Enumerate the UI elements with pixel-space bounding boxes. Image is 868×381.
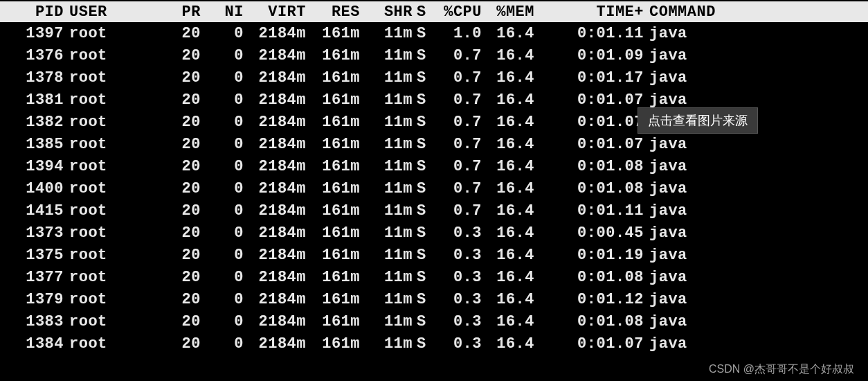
cell-res: 161m [306, 91, 360, 109]
cell-pid: 1394 [0, 158, 64, 175]
cell-pr: 20 [119, 247, 201, 264]
cell-pid: 1384 [0, 335, 64, 353]
cell-pr: 20 [119, 25, 201, 42]
cell-cmd: java [644, 91, 727, 109]
cell-s: S [413, 313, 432, 330]
cell-virt: 2184m [244, 136, 306, 153]
table-row: 1378root2002184m161m11mS0.716.40:01.17ja… [0, 67, 868, 89]
cell-cmd: java [644, 202, 727, 220]
cell-cmd: java [644, 136, 727, 153]
cell-shr: 11m [360, 91, 413, 109]
cell-cmd: java [644, 247, 727, 264]
cell-virt: 2184m [244, 47, 306, 64]
cell-cmd: java [644, 47, 727, 64]
table-row: 1373root2002184m161m11mS0.316.40:00.45ja… [0, 222, 868, 244]
cell-shr: 11m [360, 335, 413, 353]
cell-pid: 1397 [0, 25, 64, 42]
cell-pid: 1375 [0, 247, 64, 264]
cell-res: 161m [306, 180, 360, 197]
cell-virt: 2184m [244, 247, 306, 264]
cell-user: root [64, 69, 119, 87]
cell-virt: 2184m [244, 158, 306, 175]
cell-pr: 20 [119, 114, 201, 131]
cell-res: 161m [306, 158, 360, 175]
cell-pr: 20 [119, 269, 201, 286]
cell-user: root [64, 224, 119, 242]
cell-shr: 11m [360, 269, 413, 286]
cell-shr: 11m [360, 202, 413, 220]
cell-pr: 20 [119, 224, 201, 242]
cell-res: 161m [306, 291, 360, 308]
cell-cpu: 0.7 [432, 202, 482, 220]
cell-time: 0:01.08 [534, 180, 644, 197]
cell-shr: 11m [360, 313, 413, 330]
cell-cmd: java [644, 335, 727, 353]
table-row: 1415root2002184m161m11mS0.716.40:01.11ja… [0, 200, 868, 222]
cell-mem: 16.4 [482, 313, 534, 330]
cell-cpu: 0.3 [432, 291, 482, 308]
top-output: PID USER PR NI VIRT RES SHR S %CPU %MEM … [0, 0, 868, 355]
cell-pid: 1385 [0, 136, 64, 153]
col-header-pid: PID [0, 3, 64, 21]
cell-cpu: 0.7 [432, 180, 482, 197]
cell-s: S [413, 114, 432, 131]
col-header-time: TIME+ [534, 3, 644, 21]
cell-res: 161m [306, 25, 360, 42]
cell-ni: 0 [201, 313, 244, 330]
cell-time: 0:01.17 [534, 69, 644, 87]
col-header-cpu: %CPU [432, 3, 482, 21]
cell-mem: 16.4 [482, 269, 534, 286]
cell-mem: 16.4 [482, 202, 534, 220]
col-header-ni: NI [201, 3, 244, 21]
cell-ni: 0 [201, 180, 244, 197]
cell-res: 161m [306, 313, 360, 330]
table-row: 1397root2002184m161m11mS1.016.40:01.11ja… [0, 22, 868, 44]
table-row: 1384root2002184m161m11mS0.316.40:01.07ja… [0, 333, 868, 355]
cell-shr: 11m [360, 47, 413, 64]
cell-shr: 11m [360, 180, 413, 197]
cell-s: S [413, 291, 432, 308]
cell-pid: 1373 [0, 224, 64, 242]
cell-pid: 1378 [0, 69, 64, 87]
table-row: 1385root2002184m161m11mS0.716.40:01.07ja… [0, 133, 868, 155]
cell-cmd: java [644, 291, 727, 308]
cell-user: root [64, 158, 119, 175]
cell-s: S [413, 91, 432, 109]
cell-pr: 20 [119, 136, 201, 153]
cell-shr: 11m [360, 247, 413, 264]
table-header-row: PID USER PR NI VIRT RES SHR S %CPU %MEM … [0, 1, 868, 22]
cell-ni: 0 [201, 224, 244, 242]
cell-cpu: 1.0 [432, 25, 482, 42]
cell-ni: 0 [201, 291, 244, 308]
cell-cmd: java [644, 158, 727, 175]
cell-ni: 0 [201, 202, 244, 220]
col-header-pr: PR [119, 3, 201, 21]
cell-mem: 16.4 [482, 158, 534, 175]
cell-cmd: java [644, 180, 727, 197]
cell-user: root [64, 91, 119, 109]
table-row: 1376root2002184m161m11mS0.716.40:01.09ja… [0, 44, 868, 67]
cell-cpu: 0.3 [432, 247, 482, 264]
table-row: 1375root2002184m161m11mS0.316.40:01.19ja… [0, 244, 868, 266]
cell-virt: 2184m [244, 335, 306, 353]
cell-s: S [413, 202, 432, 220]
cell-user: root [64, 114, 119, 131]
cell-virt: 2184m [244, 114, 306, 131]
cell-ni: 0 [201, 25, 244, 42]
cell-pid: 1376 [0, 47, 64, 64]
cell-s: S [413, 136, 432, 153]
cell-pr: 20 [119, 313, 201, 330]
cell-res: 161m [306, 247, 360, 264]
cell-user: root [64, 202, 119, 220]
cell-res: 161m [306, 136, 360, 153]
cell-cpu: 0.7 [432, 69, 482, 87]
image-source-tooltip[interactable]: 点击查看图片来源 [638, 107, 758, 134]
table-row: 1394root2002184m161m11mS0.716.40:01.08ja… [0, 155, 868, 177]
cell-virt: 2184m [244, 69, 306, 87]
cell-mem: 16.4 [482, 335, 534, 353]
cell-s: S [413, 25, 432, 42]
cell-shr: 11m [360, 69, 413, 87]
cell-virt: 2184m [244, 91, 306, 109]
cell-user: root [64, 313, 119, 330]
cell-pr: 20 [119, 202, 201, 220]
